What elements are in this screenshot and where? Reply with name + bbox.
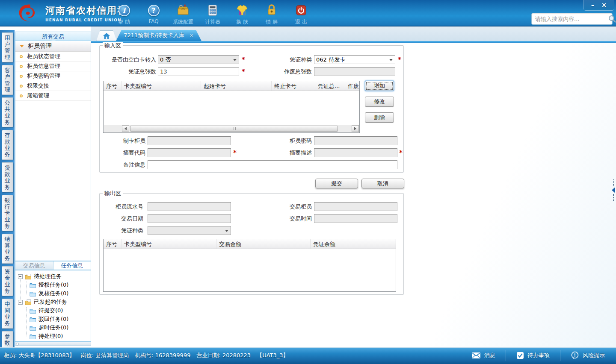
side-tab-deposit-business[interactable]: 存款业务 bbox=[2, 130, 13, 160]
messages-button[interactable]: 消息 bbox=[461, 350, 506, 361]
bullet-icon bbox=[20, 75, 23, 78]
side-tab-parameters[interactable]: 参数 bbox=[2, 331, 13, 347]
column-voucher-balance[interactable]: 凭证余额 bbox=[311, 239, 395, 249]
tab-task-info[interactable]: 任务信息 bbox=[53, 261, 91, 270]
nav-item-cashbox-management[interactable]: 尾箱管理 bbox=[15, 91, 91, 101]
collapse-expander-icon[interactable] bbox=[18, 274, 23, 279]
column-void[interactable]: 作废 bbox=[345, 81, 359, 91]
side-tab-loan-business[interactable]: 贷款业务 bbox=[2, 162, 13, 192]
side-tab-settlement-business[interactable]: 结算业务 bbox=[2, 234, 13, 264]
panel-collapse-handle[interactable] bbox=[610, 177, 616, 203]
minimize-button[interactable]: – bbox=[591, 2, 595, 9]
output-voucher-type-label: 凭证种类 bbox=[100, 226, 143, 235]
column-serial[interactable]: 序号 bbox=[104, 81, 121, 91]
task-item-to-submit[interactable]: 待提交(0) bbox=[15, 306, 91, 315]
add-button[interactable]: 增加 bbox=[365, 81, 394, 91]
toolbar-calculator[interactable]: 计算器 bbox=[201, 3, 225, 26]
trade-date-output bbox=[148, 214, 231, 223]
scroll-left-button[interactable] bbox=[122, 125, 129, 132]
risk-icon bbox=[571, 351, 579, 360]
modify-button[interactable]: 修改 bbox=[365, 97, 394, 107]
tab-close-icon[interactable]: × bbox=[190, 33, 194, 38]
column-card-type[interactable]: 卡类型编号 bbox=[121, 239, 216, 249]
voucher-type-select[interactable]: 062-待发卡 bbox=[314, 55, 395, 64]
side-tab-intermediate-business[interactable]: 中间业务 bbox=[2, 299, 13, 329]
submit-button[interactable]: 提交 bbox=[315, 179, 358, 188]
folder-icon bbox=[30, 317, 36, 322]
task-item-rejected[interactable]: 驳回任务(0) bbox=[15, 315, 91, 323]
side-tab-user-management[interactable]: 用户管理 bbox=[2, 32, 13, 62]
bottom-panel-tabs: 交易信息 任务信息 bbox=[15, 261, 91, 270]
task-group-pending[interactable]: 待处理任务 bbox=[15, 272, 91, 281]
card-detail-table-header: 序号 卡类型编号 起始卡号 终止卡号 凭证总... 作废 bbox=[104, 81, 359, 91]
scroll-right-button[interactable] bbox=[352, 125, 359, 132]
side-tab-funds-business[interactable]: 资金业务 bbox=[2, 266, 13, 296]
nav-item-teller-password[interactable]: 柜员密码管理 bbox=[15, 71, 91, 81]
folder-icon bbox=[30, 334, 36, 339]
column-voucher-total[interactable]: 凭证总... bbox=[315, 81, 345, 91]
remark-input[interactable] bbox=[148, 160, 397, 169]
column-serial[interactable]: 序号 bbox=[104, 239, 121, 249]
delete-button[interactable]: 删除 bbox=[365, 112, 394, 123]
folder-icon bbox=[30, 282, 36, 288]
tab-7211-precard-inbound[interactable]: 7211预制卡/待发卡入库 × bbox=[116, 30, 201, 41]
document-tabstrip: 7211预制卡/待发卡入库 × bbox=[91, 26, 616, 43]
required-mark: * bbox=[242, 67, 245, 76]
risk-alert-button[interactable]: 风险提示 bbox=[560, 350, 615, 361]
column-card-type[interactable]: 卡类型编号 bbox=[121, 81, 201, 91]
horizontal-scrollbar[interactable] bbox=[104, 125, 359, 132]
panel-scrollbar[interactable] bbox=[15, 342, 91, 346]
teller-password-label: 柜员密码 bbox=[262, 136, 312, 145]
close-button[interactable]: × bbox=[601, 2, 607, 9]
blank-card-label: 是否由空白卡转入 bbox=[100, 55, 156, 64]
scrollbar-thumb[interactable] bbox=[130, 126, 338, 132]
teller-serial-label: 柜员流水号 bbox=[100, 202, 143, 211]
trade-time-label: 交易时间 bbox=[262, 214, 312, 223]
todo-button[interactable]: 待办事项 bbox=[506, 350, 560, 361]
output-table-header: 序号 卡类型编号 交易金额 凭证余额 bbox=[104, 239, 396, 249]
nav-item-teller-status[interactable]: 柜员状态管理 bbox=[15, 52, 91, 62]
side-tab-customer-management[interactable]: 客户管理 bbox=[2, 65, 13, 95]
nav-item-authority-handover[interactable]: 权限交接 bbox=[15, 81, 91, 91]
column-trade-amount[interactable]: 交易金额 bbox=[216, 239, 311, 249]
card-teller-label: 制卡柜员 bbox=[100, 136, 145, 145]
collapse-expander-icon[interactable] bbox=[18, 300, 23, 305]
window-controls: – × bbox=[583, 0, 614, 11]
calculator-icon bbox=[201, 3, 225, 17]
all-transactions-tab[interactable]: 所有交易 bbox=[15, 32, 91, 41]
toolbar-lock-screen[interactable]: 锁 屏 bbox=[260, 3, 284, 26]
input-section: 输入区 是否由空白卡转入 0-否 * 凭证种类 062-待发卡 * 凭证总张数 … bbox=[99, 45, 404, 173]
input-section-legend: 输入区 bbox=[103, 42, 123, 50]
task-item-timeout[interactable]: 超时任务(0) bbox=[15, 323, 91, 332]
tab-transaction-info[interactable]: 交易信息 bbox=[15, 261, 53, 270]
transaction-tree: 柜员管理 柜员状态管理 柜员信息管理 柜员密码管理 权限交接 尾箱管理 bbox=[15, 41, 91, 261]
nav-item-teller-info[interactable]: 柜员信息管理 bbox=[15, 62, 91, 71]
teller-password-input bbox=[314, 136, 397, 145]
home-tab[interactable] bbox=[96, 30, 117, 41]
search-icon[interactable] bbox=[608, 15, 616, 23]
side-tab-public-business[interactable]: 公共业务 bbox=[2, 97, 13, 127]
cancel-button[interactable]: 取消 bbox=[361, 179, 404, 188]
column-start-card-no[interactable]: 起始卡号 bbox=[201, 81, 272, 91]
search-input[interactable] bbox=[535, 16, 608, 22]
required-mark: * bbox=[233, 148, 237, 157]
toolbar-change-skin[interactable]: 换 肤 bbox=[230, 3, 254, 26]
toolbar-help[interactable]: 帮 助 bbox=[112, 3, 136, 26]
total-sheets-input[interactable] bbox=[158, 67, 239, 76]
task-item-to-process[interactable]: 待处理(0) bbox=[15, 332, 91, 341]
folder-icon bbox=[25, 299, 32, 305]
task-item-authorization[interactable]: 授权任务(0) bbox=[15, 281, 91, 289]
position-info: 岗位: 县清算管理岗 bbox=[81, 352, 129, 359]
toolbar-exit[interactable]: 退 出 bbox=[289, 3, 313, 26]
task-item-review[interactable]: 复核任务(0) bbox=[15, 289, 91, 298]
toolbar-faq[interactable]: FAQ bbox=[142, 3, 166, 26]
toolbar-system-config[interactable]: 系统配置 bbox=[171, 3, 195, 26]
bullet-icon bbox=[20, 65, 23, 68]
nav-group-teller-management[interactable]: 柜员管理 bbox=[15, 41, 91, 52]
nav-panel: 所有交易 柜员管理 柜员状态管理 柜员信息管理 柜员密码管理 权限交接 尾箱管理 bbox=[15, 32, 91, 346]
task-group-initiated[interactable]: 已发起的任务 bbox=[15, 298, 91, 306]
side-tab-bankcard-business[interactable]: 银行卡业务 bbox=[2, 195, 13, 231]
column-end-card-no[interactable]: 终止卡号 bbox=[272, 81, 315, 91]
search-box bbox=[531, 13, 613, 25]
drag-dots-icon bbox=[613, 179, 614, 186]
